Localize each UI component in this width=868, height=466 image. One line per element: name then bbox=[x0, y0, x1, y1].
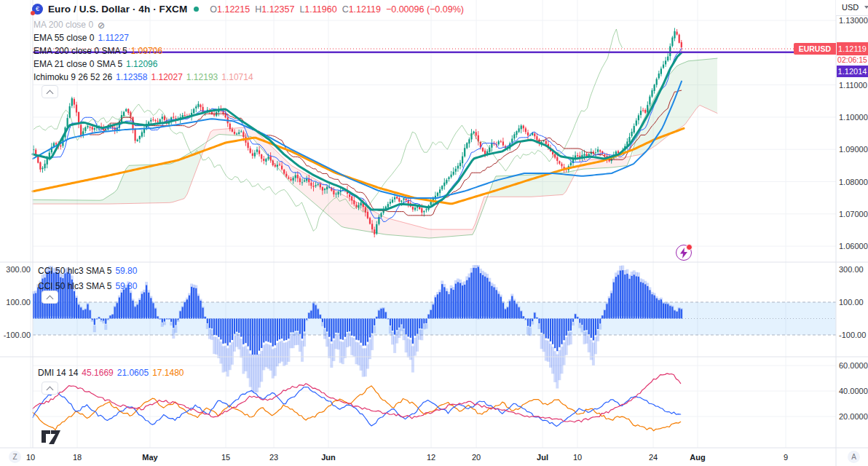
price-axis-label: -100.00 bbox=[839, 331, 866, 339]
time-axis-label: 9 bbox=[784, 453, 788, 462]
legend-label[interactable]: CCI 50 hlc3 SMA 5 bbox=[38, 266, 111, 276]
legend-row[interactable]: EMA 55 close 01.11227 bbox=[33, 32, 129, 44]
hidden-eye-icon[interactable]: ⊘ bbox=[98, 20, 105, 31]
time-axis-label: 23 bbox=[269, 453, 278, 462]
legend-row[interactable]: MA 200 close 0⊘ bbox=[33, 19, 105, 31]
ohlc-key: C bbox=[342, 4, 349, 15]
time-axis-label: May bbox=[142, 453, 157, 462]
chevron-down-icon bbox=[864, 6, 868, 9]
legend-value: 1.10714 bbox=[221, 72, 253, 82]
cci-left-axis-label: -100.00 bbox=[1, 331, 31, 339]
time-axis-label: 18 bbox=[73, 453, 82, 462]
collapse-main-pane-button[interactable] bbox=[42, 85, 58, 98]
time-axis-label: 10 bbox=[573, 453, 582, 462]
tradingview-chart-window: € Euro / U.S. Dollar · 4h · FXCM O1.1221… bbox=[0, 0, 868, 466]
time-axis-label: 24 bbox=[649, 453, 658, 462]
legend-value: 1.12358 bbox=[116, 72, 147, 82]
legend-row[interactable]: DMI 14 1445.166921.060517.1480 bbox=[38, 367, 184, 379]
market-status-icon[interactable] bbox=[194, 7, 199, 12]
legend-label[interactable]: MA 200 close 0 bbox=[33, 20, 93, 30]
cci-left-axis-label: 100.00 bbox=[1, 298, 31, 307]
symbol-title[interactable]: Euro / U.S. Dollar · 4h · FXCM bbox=[48, 4, 187, 15]
ohlc-value: 1.12357 bbox=[261, 4, 294, 15]
auto-scale-button[interactable]: A bbox=[848, 451, 860, 463]
price-axis-label: 1.10000 bbox=[839, 113, 868, 122]
lightning-mode-button[interactable] bbox=[676, 245, 692, 261]
time-axis-label: 20 bbox=[472, 453, 481, 462]
price-axis-label: 1.09000 bbox=[839, 145, 868, 154]
legend-value: 59.80 bbox=[115, 266, 137, 276]
price-axis-label: 40.0000 bbox=[839, 387, 868, 395]
price-scale-unit-button[interactable]: USD bbox=[836, 0, 868, 16]
legend-label[interactable]: EMA 200 close 0 SMA 5 bbox=[33, 46, 127, 56]
price-axis-label: 60.0000 bbox=[839, 361, 868, 370]
time-axis-label: 15 bbox=[221, 453, 230, 462]
legend-value: 1.11227 bbox=[98, 33, 129, 43]
ohlc-key: O bbox=[210, 4, 217, 15]
ohlc-value: 1.11960 bbox=[304, 4, 336, 15]
time-axis-label: Jul bbox=[537, 453, 548, 462]
timezone-button[interactable]: Z bbox=[9, 451, 21, 463]
last-price-box: 1.12119 bbox=[837, 42, 868, 55]
legend-label[interactable]: DMI 14 14 bbox=[38, 368, 78, 378]
legend-value: 59.80 bbox=[115, 281, 137, 291]
horizontal-line-price-box: 1.12014 bbox=[837, 66, 868, 77]
bar-countdown: 02:06:15 bbox=[837, 55, 868, 64]
ohlc-value: 1.12215 bbox=[217, 4, 250, 15]
price-axis-label: 1.11000 bbox=[839, 81, 867, 90]
time-axis-label: 10 bbox=[26, 453, 35, 462]
time-axis-label: Aug bbox=[690, 453, 705, 462]
legend-value: 1.12193 bbox=[186, 72, 218, 82]
ohlc-key: H bbox=[255, 4, 261, 15]
legend-label[interactable]: CCI 50 hlc3 SMA 5 bbox=[38, 281, 111, 291]
legend-row[interactable]: CCI 50 hlc3 SMA 559.80 bbox=[38, 265, 137, 277]
collapse-dmi-pane-button[interactable] bbox=[42, 382, 58, 395]
legend-value: 17.1480 bbox=[152, 368, 184, 378]
price-axis-label: 1.13000 bbox=[839, 16, 868, 25]
price-axis-label: 1.07000 bbox=[839, 210, 868, 218]
price-scale-unit-label: USD bbox=[842, 3, 859, 12]
price-axis-label: 100.00 bbox=[839, 298, 864, 307]
legend-value: 1.12096 bbox=[126, 59, 157, 69]
time-axis-label: Jun bbox=[321, 453, 336, 462]
legend-row[interactable]: EMA 21 close 0 SMA 51.12096 bbox=[33, 58, 157, 70]
symbol-header[interactable]: € Euro / U.S. Dollar · 4h · FXCM O1.1221… bbox=[32, 4, 464, 15]
price-axis-label: 1.08000 bbox=[839, 178, 868, 186]
tradingview-logo[interactable] bbox=[41, 430, 61, 448]
legend-row[interactable]: EMA 200 close 0 SMA 51.09706 bbox=[33, 45, 162, 57]
price-axis-label: 300.00 bbox=[839, 265, 864, 274]
legend-value: 45.1669 bbox=[82, 368, 113, 378]
collapse-cci-pane-button[interactable] bbox=[42, 291, 58, 304]
legend-value: 21.0605 bbox=[117, 368, 149, 378]
symbol-logo-icon: € bbox=[32, 4, 43, 15]
change-value: −0.00096 (−0.09%) bbox=[386, 4, 464, 15]
legend-label[interactable]: EMA 21 close 0 SMA 5 bbox=[33, 59, 122, 69]
legend-value: 1.09706 bbox=[131, 46, 162, 56]
price-axis-label: 20.0000 bbox=[839, 412, 868, 421]
chart-canvas[interactable] bbox=[0, 0, 868, 466]
symbol-price-badge: EURUSD bbox=[794, 43, 836, 55]
legend-row[interactable]: Ichimoku 9 26 52 261.123581.120271.12193… bbox=[33, 71, 253, 83]
ohlc-value: 1.12119 bbox=[349, 4, 381, 15]
ohlc-values: O1.12215H1.12357L1.11960C1.12119−0.00096… bbox=[210, 4, 464, 15]
cci-left-axis-label: 300.00 bbox=[1, 265, 31, 274]
notification-dot bbox=[686, 244, 693, 250]
legend-label[interactable]: EMA 55 close 0 bbox=[33, 33, 94, 43]
price-axis-label: 1.06000 bbox=[839, 242, 868, 250]
legend-label[interactable]: Ichimoku 9 26 52 26 bbox=[33, 72, 112, 82]
legend-value: 1.12027 bbox=[151, 72, 182, 82]
time-axis-label: 12 bbox=[427, 453, 435, 462]
